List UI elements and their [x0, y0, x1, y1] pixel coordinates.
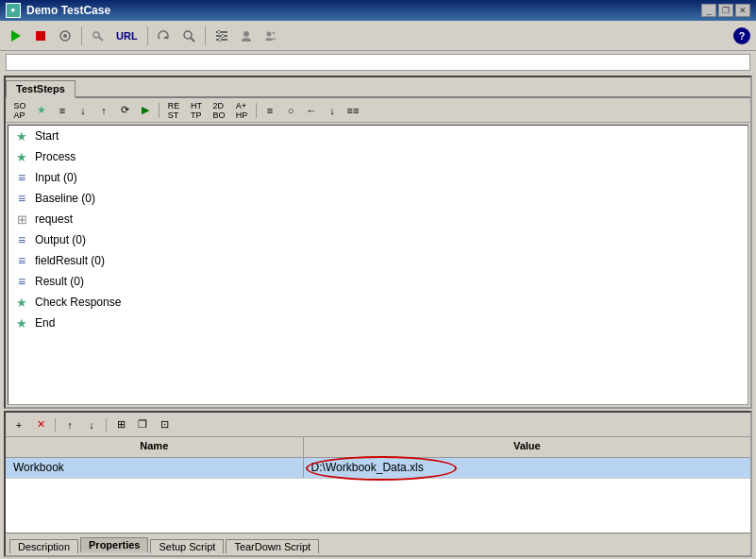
- steps-list: ★ Start ★ Process ≡ Input (0) ≡ Baseline…: [8, 125, 748, 405]
- steps-btn-ht-tp[interactable]: HTTP: [186, 102, 207, 119]
- address-bar: [0, 51, 756, 74]
- run-button[interactable]: [6, 25, 26, 46]
- props-empty-area: [6, 479, 750, 533]
- steps-btn-re-st[interactable]: REST: [163, 102, 184, 119]
- remove-button[interactable]: ✕: [31, 416, 50, 433]
- steps-btn-a-hp[interactable]: A+HP: [231, 102, 252, 119]
- steps-btn-eq[interactable]: ≡: [260, 102, 279, 119]
- steps-btn-circle[interactable]: ○: [281, 102, 300, 119]
- stop-button[interactable]: [30, 25, 51, 46]
- svg-line-5: [99, 37, 104, 41]
- options-button[interactable]: [55, 25, 76, 46]
- separator-1: [81, 26, 82, 45]
- help-button[interactable]: ?: [733, 27, 750, 44]
- step-fieldresult[interactable]: ≡ fieldResult (0): [8, 250, 748, 271]
- tab-panel: TestSteps SOAP ★ ≡ ↓ ↑ ⟳ ▶ REST HTTP 2DB…: [4, 76, 752, 409]
- close-button[interactable]: ✕: [735, 4, 750, 17]
- tab-properties[interactable]: Properties: [80, 537, 148, 553]
- svg-point-12: [217, 30, 220, 33]
- star-icon-start: ★: [14, 128, 29, 144]
- main-toolbar: URL: [0, 21, 756, 51]
- address-input[interactable]: [6, 54, 750, 71]
- step-process[interactable]: ★ Process: [8, 146, 748, 167]
- list-icon-result: ≡: [14, 274, 29, 289]
- steps-btn-dl[interactable]: ↓: [323, 102, 342, 119]
- list-icon-output: ≡: [14, 232, 29, 247]
- key-button[interactable]: [88, 25, 109, 46]
- svg-line-8: [191, 38, 194, 42]
- tab-teardown-script[interactable]: TearDown Script: [226, 539, 319, 553]
- step-end-label: End: [35, 316, 55, 330]
- step-baseline-label: Baseline (0): [35, 192, 95, 205]
- config-button[interactable]: [211, 25, 232, 46]
- step-request[interactable]: ⊞ request: [8, 209, 748, 229]
- step-checkresponse-label: Check Response: [35, 296, 121, 309]
- step-start[interactable]: ★ Start: [8, 126, 748, 146]
- tab-teststeps[interactable]: TestSteps: [6, 80, 76, 98]
- svg-point-13: [221, 34, 224, 37]
- steps-btn-so[interactable]: SOAP: [9, 102, 30, 119]
- separator-2: [147, 26, 148, 45]
- steps-btn-back[interactable]: ←: [302, 102, 321, 119]
- bottom-panel: + ✕ ↑ ↓ ⊞ ❐ ⊡ Name Value Workbook D:\Wor…: [4, 411, 752, 557]
- svg-point-4: [93, 32, 99, 38]
- star-icon-checkresponse: ★: [14, 295, 29, 310]
- main-content: TestSteps SOAP ★ ≡ ↓ ↑ ⟳ ▶ REST HTTP 2DB…: [0, 74, 756, 559]
- workbook-value-cell[interactable]: D:\Workbook_Data.xls: [304, 458, 750, 478]
- svg-rect-1: [36, 31, 45, 41]
- req-icon-request: ⊞: [14, 212, 29, 227]
- svg-marker-0: [11, 30, 21, 42]
- steps-btn-list[interactable]: ≡: [53, 102, 72, 119]
- url-label: URL: [112, 25, 142, 46]
- name-column-header: Name: [6, 437, 304, 457]
- value-column-header: Value: [304, 437, 750, 457]
- step-baseline[interactable]: ≡ Baseline (0): [8, 188, 748, 209]
- step-end[interactable]: ★ End: [8, 313, 748, 333]
- step-checkresponse[interactable]: ★ Check Response: [8, 292, 748, 313]
- step-process-label: Process: [35, 150, 76, 163]
- step-output[interactable]: ≡ Output (0): [8, 229, 748, 250]
- load-button[interactable]: [154, 25, 175, 46]
- step-result-label: Result (0): [35, 275, 84, 288]
- window-title: Demo TestCase: [26, 4, 110, 17]
- link-button[interactable]: ⊡: [155, 416, 174, 433]
- copy-button[interactable]: ❐: [133, 416, 152, 433]
- steps-btn-more[interactable]: ≡≡: [344, 102, 362, 119]
- inspect-button[interactable]: [178, 25, 199, 46]
- step-input[interactable]: ≡ Input (0): [8, 167, 748, 188]
- svg-point-15: [244, 31, 249, 37]
- move-down-button[interactable]: ↓: [82, 416, 101, 433]
- tab-setup-script[interactable]: Setup Script: [150, 539, 224, 553]
- bottom-toolbar: + ✕ ↑ ↓ ⊞ ❐ ⊡: [6, 413, 750, 437]
- window-controls: _ ❐ ✕: [701, 4, 750, 17]
- steps-btn-play[interactable]: ▶: [136, 102, 155, 119]
- steps-btn-2d-bo[interactable]: 2DBO: [209, 102, 229, 119]
- step-result[interactable]: ≡ Result (0): [8, 271, 748, 292]
- restore-button[interactable]: ❐: [718, 4, 733, 17]
- svg-point-16: [266, 31, 271, 36]
- add-button[interactable]: +: [9, 416, 28, 433]
- steps-toolbar: SOAP ★ ≡ ↓ ↑ ⟳ ▶ REST HTTP 2DBO A+HP ≡ ○…: [6, 98, 750, 123]
- steps-btn-up-arrow[interactable]: ↑: [94, 102, 113, 119]
- move-up-button[interactable]: ↑: [60, 416, 79, 433]
- user2-button[interactable]: [260, 25, 281, 46]
- list-icon-input: ≡: [14, 170, 29, 185]
- svg-point-3: [63, 34, 67, 38]
- step-fieldresult-label: fieldResult (0): [35, 254, 105, 267]
- svg-point-17: [272, 31, 275, 34]
- grid-button[interactable]: ⊞: [111, 416, 130, 433]
- list-icon-fieldresult: ≡: [14, 253, 29, 268]
- steps-btn-down-arrow[interactable]: ↓: [74, 102, 92, 119]
- user1-button[interactable]: [236, 25, 257, 46]
- steps-btn-star[interactable]: ★: [32, 102, 51, 119]
- tab-description[interactable]: Description: [9, 539, 78, 553]
- list-icon-baseline: ≡: [14, 191, 29, 206]
- props-row-workbook[interactable]: Workbook D:\Workbook_Data.xls: [6, 458, 750, 479]
- steps-btn-refresh[interactable]: ⟳: [115, 102, 134, 119]
- svg-point-14: [218, 38, 221, 41]
- svg-point-7: [184, 31, 192, 39]
- minimize-button[interactable]: _: [701, 4, 716, 17]
- title-bar: ✦ Demo TestCase _ ❐ ✕: [0, 0, 756, 21]
- step-request-label: request: [35, 212, 73, 226]
- app-icon: ✦: [6, 3, 21, 18]
